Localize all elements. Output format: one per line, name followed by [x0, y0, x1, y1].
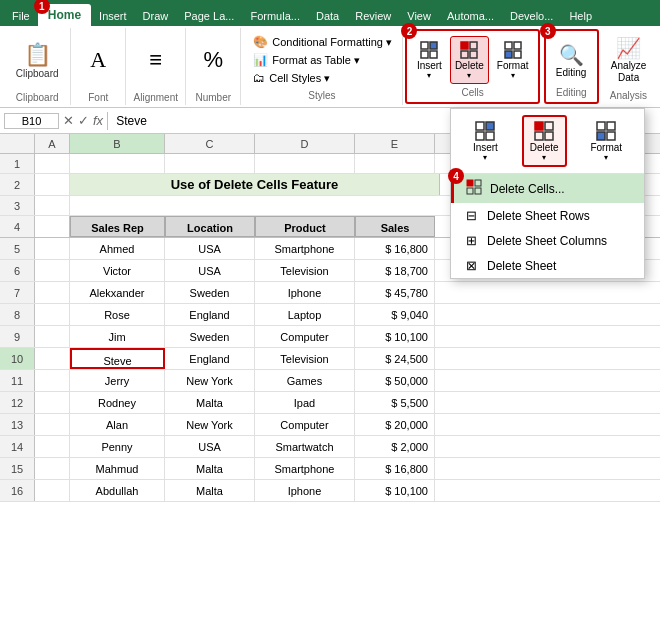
cell-B6[interactable]: Victor [70, 260, 165, 281]
cell-A2[interactable] [35, 174, 70, 195]
cell-D6[interactable]: Television [255, 260, 355, 281]
cell-A11[interactable] [35, 370, 70, 391]
col-header-A[interactable]: A [35, 134, 70, 153]
cell-B12[interactable]: Rodney [70, 392, 165, 413]
cell-A15[interactable] [35, 458, 70, 479]
tab-review[interactable]: Review [347, 6, 399, 26]
cell-D16[interactable]: Iphone [255, 480, 355, 501]
cell-E7[interactable]: $ 45,780 [355, 282, 435, 303]
cell-A9[interactable] [35, 326, 70, 347]
cell-B8[interactable]: Rose [70, 304, 165, 325]
delete-sheet-rows-item[interactable]: ⊟ Delete Sheet Rows [451, 203, 644, 228]
cell-D9[interactable]: Computer [255, 326, 355, 347]
delete-cell-btn[interactable]: Delete ▾ [450, 36, 489, 84]
clipboard-btn[interactable]: 📋 Clipboard [10, 39, 65, 82]
cell-D1[interactable] [255, 154, 355, 173]
cell-D12[interactable]: Ipad [255, 392, 355, 413]
cell-D8[interactable]: Laptop [255, 304, 355, 325]
tab-home[interactable]: Home 1 [38, 4, 91, 26]
header-sales[interactable]: Sales [355, 216, 435, 237]
cell-E14[interactable]: $ 2,000 [355, 436, 435, 457]
header-location[interactable]: Location [165, 216, 255, 237]
cell-E12[interactable]: $ 5,500 [355, 392, 435, 413]
cell-styles-btn[interactable]: 🗂 Cell Styles ▾ [249, 70, 394, 86]
cell-C11[interactable]: New York [165, 370, 255, 391]
tab-file[interactable]: File [4, 6, 38, 26]
col-header-B[interactable]: B [70, 134, 165, 153]
cell-E15[interactable]: $ 16,800 [355, 458, 435, 479]
confirm-formula-icon[interactable]: ✓ [78, 113, 89, 128]
cell-E1[interactable] [355, 154, 435, 173]
cell-C6[interactable]: USA [165, 260, 255, 281]
cell-D13[interactable]: Computer [255, 414, 355, 435]
cell-D11[interactable]: Games [255, 370, 355, 391]
cell-A13[interactable] [35, 414, 70, 435]
cell-B1[interactable] [70, 154, 165, 173]
cell-C9[interactable]: Sweden [165, 326, 255, 347]
cell-F9[interactable] [435, 326, 660, 347]
cell-E10[interactable]: $ 24,500 [355, 348, 435, 369]
tab-pagelayout[interactable]: Page La... [176, 6, 242, 26]
alignment-btn[interactable]: ≡ [143, 44, 168, 76]
cell-F12[interactable] [435, 392, 660, 413]
cell-F10[interactable] [435, 348, 660, 369]
tab-developer[interactable]: Develo... [502, 6, 561, 26]
cell-D7[interactable]: Iphone [255, 282, 355, 303]
insert-function-icon[interactable]: fx [93, 113, 103, 128]
cell-C15[interactable]: Malta [165, 458, 255, 479]
tab-automate[interactable]: Automa... [439, 6, 502, 26]
cell-E11[interactable]: $ 50,000 [355, 370, 435, 391]
cell-A3[interactable] [35, 196, 70, 215]
cell-C7[interactable]: Sweden [165, 282, 255, 303]
cell-A16[interactable] [35, 480, 70, 501]
cell-D14[interactable]: Smartwatch [255, 436, 355, 457]
cell-A14[interactable] [35, 436, 70, 457]
cell-A12[interactable] [35, 392, 70, 413]
cell-B10[interactable]: Steve [70, 348, 165, 369]
delete-cells-item[interactable]: 4 Delete Cells... [451, 174, 644, 203]
editing-btn[interactable]: 🔍 Editing [552, 40, 591, 81]
cell-B9[interactable]: Jim [70, 326, 165, 347]
cell-C10[interactable]: England [165, 348, 255, 369]
tab-draw[interactable]: Draw [135, 6, 177, 26]
cell-E5[interactable]: $ 16,800 [355, 238, 435, 259]
col-header-E[interactable]: E [355, 134, 435, 153]
cell-F15[interactable] [435, 458, 660, 479]
dropdown-delete-btn[interactable]: Delete ▾ [522, 115, 567, 167]
cell-A4[interactable] [35, 216, 70, 237]
cell-A1[interactable] [35, 154, 70, 173]
cell-C8[interactable]: England [165, 304, 255, 325]
cell-E8[interactable]: $ 9,040 [355, 304, 435, 325]
cell-C12[interactable]: Malta [165, 392, 255, 413]
cancel-formula-icon[interactable]: ✕ [63, 113, 74, 128]
header-product[interactable]: Product [255, 216, 355, 237]
cell-B7[interactable]: Alekxander [70, 282, 165, 303]
cell-C14[interactable]: USA [165, 436, 255, 457]
analyze-btn[interactable]: 📈 AnalyzeData [607, 33, 651, 87]
tab-help[interactable]: Help [561, 6, 600, 26]
tab-formulas[interactable]: Formula... [242, 6, 308, 26]
tab-insert[interactable]: Insert [91, 6, 135, 26]
header-sales-rep[interactable]: Sales Rep [70, 216, 165, 237]
cell-A10[interactable] [35, 348, 70, 369]
cell-D15[interactable]: Smartphone [255, 458, 355, 479]
cell-E13[interactable]: $ 20,000 [355, 414, 435, 435]
cell-A8[interactable] [35, 304, 70, 325]
cell-F8[interactable] [435, 304, 660, 325]
cell-F13[interactable] [435, 414, 660, 435]
format-cell-btn[interactable]: Format ▾ [493, 37, 533, 83]
cell-E6[interactable]: $ 18,700 [355, 260, 435, 281]
cell-C5[interactable]: USA [165, 238, 255, 259]
cell-C1[interactable] [165, 154, 255, 173]
cell-A6[interactable] [35, 260, 70, 281]
cell-B15[interactable]: Mahmud [70, 458, 165, 479]
cell-A5[interactable] [35, 238, 70, 259]
cell-F14[interactable] [435, 436, 660, 457]
tab-data[interactable]: Data [308, 6, 347, 26]
delete-sheet-cols-item[interactable]: ⊞ Delete Sheet Columns [451, 228, 644, 253]
dropdown-format-btn[interactable]: Format ▾ [584, 117, 628, 165]
conditional-formatting-btn[interactable]: 🎨 Conditional Formatting ▾ [249, 34, 394, 50]
cell-B5[interactable]: Ahmed [70, 238, 165, 259]
cell-F11[interactable] [435, 370, 660, 391]
cell-B14[interactable]: Penny [70, 436, 165, 457]
